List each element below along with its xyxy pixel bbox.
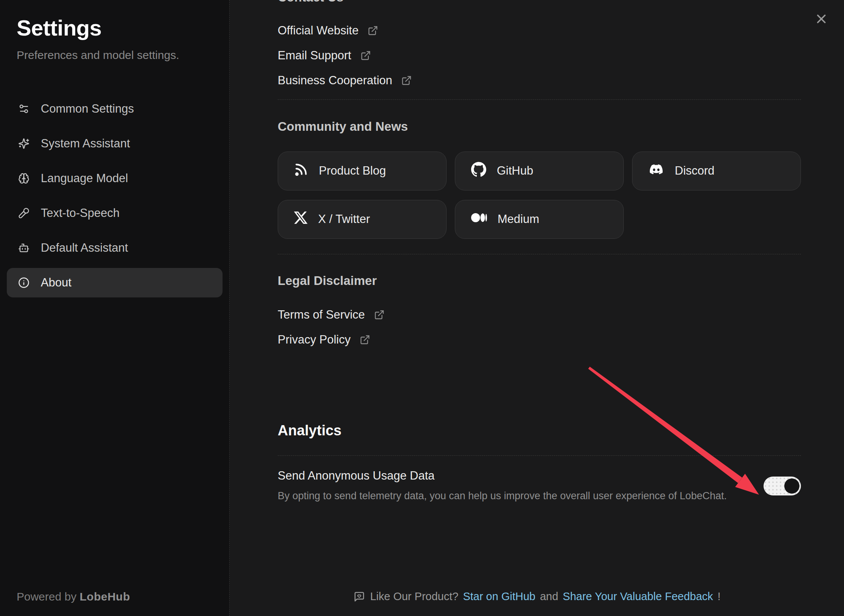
- sidebar-item-label: Default Assistant: [41, 241, 128, 255]
- footer-text: Like Our Product?: [370, 590, 459, 603]
- toggle-knob: [784, 478, 799, 494]
- external-link-icon: [360, 334, 370, 345]
- privacy-policy-link[interactable]: Privacy Policy: [278, 334, 370, 346]
- external-link-icon: [374, 310, 385, 320]
- footer-text: and: [540, 590, 558, 603]
- sidebar-item-system-assistant[interactable]: System Assistant: [7, 129, 223, 158]
- external-link-icon: [401, 75, 412, 86]
- usage-data-label: Send Anonymous Usage Data: [278, 469, 740, 483]
- page-title: Settings: [17, 15, 213, 40]
- sidebar-item-common-settings[interactable]: Common Settings: [7, 94, 223, 124]
- footer-text: !: [717, 590, 720, 603]
- brain-icon: [18, 173, 29, 184]
- page-subtitle: Preferences and model settings.: [17, 49, 213, 62]
- link-label: Email Support: [278, 49, 351, 62]
- github-button[interactable]: GitHub: [455, 152, 624, 190]
- business-cooperation-link[interactable]: Business Cooperation: [278, 74, 412, 87]
- official-website-link[interactable]: Official Website: [278, 25, 378, 37]
- medium-button[interactable]: Medium: [455, 200, 624, 239]
- github-icon: [471, 162, 486, 180]
- message-heart-icon: [354, 591, 365, 602]
- mic-icon: [18, 207, 29, 219]
- rss-icon: [294, 162, 308, 180]
- sidebar-item-default-assistant[interactable]: Default Assistant: [7, 233, 223, 263]
- sidebar-item-text-to-speech[interactable]: Text-to-Speech: [7, 198, 223, 228]
- button-label: Discord: [675, 164, 714, 178]
- sliders-icon: [18, 103, 29, 115]
- powered-by: Powered by LobeHub: [17, 590, 130, 603]
- analytics-heading: Analytics: [278, 423, 801, 439]
- medium-icon: [471, 210, 487, 229]
- email-support-link[interactable]: Email Support: [278, 50, 371, 62]
- sparkles-icon: [18, 138, 29, 149]
- contact-us-heading: Contact Us: [278, 0, 343, 5]
- external-link-icon: [360, 50, 371, 61]
- sidebar-item-label: Text-to-Speech: [41, 206, 120, 220]
- settings-nav: Common Settings System Assistant Languag…: [7, 94, 223, 297]
- powered-by-text: Powered by: [17, 590, 76, 603]
- usage-data-description: By opting to send telemetry data, you ca…: [278, 490, 740, 502]
- sidebar-item-language-model[interactable]: Language Model: [7, 164, 223, 193]
- button-label: X / Twitter: [318, 212, 370, 226]
- legal-heading: Legal Disclaimer: [278, 274, 801, 288]
- link-label: Privacy Policy: [278, 333, 351, 347]
- sidebar-item-label: About: [41, 276, 71, 289]
- share-feedback-link[interactable]: Share Your Valuable Feedback: [563, 590, 713, 603]
- discord-button[interactable]: Discord: [632, 152, 801, 190]
- sidebar-item-about[interactable]: About: [7, 268, 223, 297]
- feedback-footer: Like Our Product? Star on GitHub and Sha…: [230, 590, 844, 603]
- sidebar-item-label: Language Model: [41, 172, 128, 185]
- sidebar-item-label: System Assistant: [41, 137, 130, 150]
- community-heading: Community and News: [278, 119, 801, 134]
- section-divider: [278, 254, 801, 254]
- product-blog-button[interactable]: Product Blog: [278, 152, 447, 190]
- close-icon: [814, 12, 829, 26]
- x-twitter-icon: [294, 211, 308, 228]
- link-label: Official Website: [278, 24, 359, 37]
- close-button[interactable]: [813, 11, 830, 27]
- link-label: Terms of Service: [278, 308, 365, 322]
- settings-sidebar: Settings Preferences and model settings.…: [0, 0, 230, 616]
- sidebar-item-label: Common Settings: [41, 102, 134, 116]
- section-divider: [278, 99, 801, 100]
- external-link-icon: [368, 25, 378, 36]
- usage-data-setting: Send Anonymous Usage Data By opting to s…: [278, 469, 801, 502]
- x-twitter-button[interactable]: X / Twitter: [278, 200, 447, 239]
- lobehub-logo: LobeHub: [80, 590, 130, 603]
- about-panel: Contact Us Official Website Email Suppor…: [230, 0, 844, 616]
- section-divider: [278, 455, 801, 456]
- bot-icon: [18, 242, 29, 254]
- link-label: Business Cooperation: [278, 74, 392, 87]
- star-on-github-link[interactable]: Star on GitHub: [463, 590, 535, 603]
- info-icon: [18, 277, 29, 288]
- terms-of-service-link[interactable]: Terms of Service: [278, 309, 385, 321]
- button-label: Medium: [498, 212, 539, 226]
- usage-data-toggle[interactable]: [764, 477, 801, 495]
- settings-modal: Settings Preferences and model settings.…: [0, 0, 844, 616]
- discord-icon: [648, 163, 664, 179]
- button-label: Product Blog: [319, 164, 386, 178]
- button-label: GitHub: [497, 164, 533, 178]
- community-buttons: Product Blog GitHub Discord X / Twitter …: [278, 152, 801, 239]
